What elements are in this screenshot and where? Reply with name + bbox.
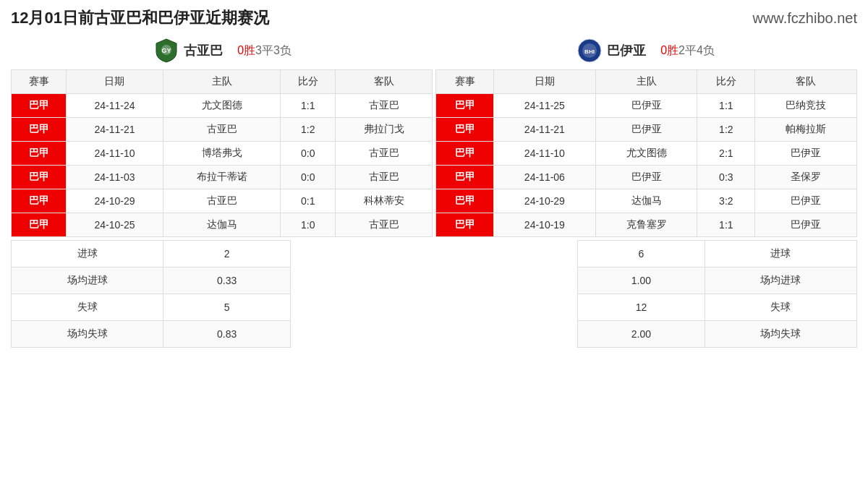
right-match-row: 巴甲 24-10-19 克鲁塞罗 1:1 巴伊亚: [436, 213, 857, 237]
right-match-date: 24-10-19: [494, 213, 596, 237]
avg-conceded-row: 场均失球 0.83 2.00 场均失球: [12, 321, 857, 348]
right-match-away: 帕梅拉斯: [755, 118, 857, 142]
right-avg-goals-label: 场均进球: [705, 267, 856, 294]
right-match-away: 巴伊亚: [755, 142, 857, 166]
left-match-score: 1:2: [281, 118, 336, 142]
left-match-home: 达伽马: [163, 213, 280, 237]
left-match-away: 古亚巴: [336, 94, 433, 118]
avg-goals-row: 场均进球 0.33 1.00 场均进球: [12, 267, 857, 294]
left-match-score: 1:0: [281, 213, 336, 237]
left-match-type: 巴甲: [12, 189, 67, 213]
right-match-score: 3:2: [697, 189, 755, 213]
left-goals-label: 进球: [12, 241, 163, 267]
left-col-date: 日期: [67, 70, 163, 94]
right-match-type: 巴甲: [436, 118, 494, 142]
right-team-name: 巴伊亚: [607, 42, 646, 59]
goals-row: 进球 2 6 进球: [12, 241, 857, 267]
left-match-home: 古亚巴: [163, 189, 280, 213]
right-match-home: 巴伊亚: [595, 94, 697, 118]
stats-section: 进球 2 6 进球 场均进球 0.33 1.00 场均进球 失球 5: [11, 240, 857, 348]
left-match-score: 0:0: [281, 142, 336, 166]
right-match-row: 巴甲 24-11-10 尤文图德 2:1 巴伊亚: [436, 142, 857, 166]
right-col-score: 比分: [697, 70, 755, 94]
left-match-date: 24-11-03: [67, 166, 163, 189]
left-match-away: 科林蒂安: [336, 189, 433, 213]
right-conceded-label: 失球: [705, 294, 856, 321]
right-match-type: 巴甲: [436, 142, 494, 166]
right-match-away: 巴纳竞技: [755, 94, 857, 118]
left-match-away: 古亚巴: [336, 166, 433, 189]
left-match-home: 尤文图德: [163, 94, 280, 118]
left-match-type: 巴甲: [12, 142, 67, 166]
conceded-row: 失球 5 12 失球: [12, 294, 857, 321]
svg-text:BHI: BHI: [584, 48, 595, 55]
left-match-date: 24-11-21: [67, 118, 163, 142]
left-team-header: GY 古亚巴 0胜3平3负: [11, 38, 434, 64]
left-match-away: 古亚巴: [336, 213, 433, 237]
right-match-home: 达伽马: [595, 189, 697, 213]
left-conceded-value: 5: [163, 294, 290, 321]
right-match-type: 巴甲: [436, 189, 494, 213]
left-avg-conceded-value: 0.83: [163, 321, 290, 348]
left-match-home: 布拉干蒂诺: [163, 166, 280, 189]
right-match-score: 1:2: [697, 118, 755, 142]
left-match-row: 巴甲 24-10-29 古亚巴 0:1 科林蒂安: [12, 189, 433, 213]
left-match-score: 0:1: [281, 189, 336, 213]
right-match-row: 巴甲 24-10-29 达伽马 3:2 巴伊亚: [436, 189, 857, 213]
left-team-name: 古亚巴: [184, 42, 223, 59]
right-match-date: 24-11-25: [494, 94, 596, 118]
left-col-home: 主队: [163, 70, 280, 94]
left-avg-goals-value: 0.33: [163, 267, 290, 294]
left-match-type: 巴甲: [12, 213, 67, 237]
right-match-type: 巴甲: [436, 94, 494, 118]
right-goals-label: 进球: [705, 241, 856, 267]
right-avg-goals-value: 1.00: [578, 267, 705, 294]
left-match-score: 1:1: [281, 94, 336, 118]
right-match-score: 2:1: [697, 142, 755, 166]
right-match-type: 巴甲: [436, 213, 494, 237]
left-match-type: 巴甲: [12, 94, 67, 118]
right-match-date: 24-11-06: [494, 166, 596, 189]
right-match-home: 巴伊亚: [595, 118, 697, 142]
left-match-row: 巴甲 24-10-25 达伽马 1:0 古亚巴: [12, 213, 433, 237]
left-match-home: 博塔弗戈: [163, 142, 280, 166]
right-match-score: 0:3: [697, 166, 755, 189]
right-col-home: 主队: [595, 70, 697, 94]
right-match-home: 尤文图德: [595, 142, 697, 166]
left-team-logo: GY: [153, 38, 179, 64]
right-avg-conceded-label: 场均失球: [705, 321, 856, 348]
right-match-type: 巴甲: [436, 166, 494, 189]
right-match-away: 巴伊亚: [755, 189, 857, 213]
left-avg-goals-label: 场均进球: [12, 267, 163, 294]
left-match-row: 巴甲 24-11-10 博塔弗戈 0:0 古亚巴: [12, 142, 433, 166]
left-conceded-label: 失球: [12, 294, 163, 321]
left-match-type: 巴甲: [12, 118, 67, 142]
right-match-date: 24-10-29: [494, 189, 596, 213]
right-match-home: 克鲁塞罗: [595, 213, 697, 237]
page-url: www.fczhibo.net: [752, 10, 857, 27]
left-avg-conceded-label: 场均失球: [12, 321, 163, 348]
right-match-home: 巴伊亚: [595, 166, 697, 189]
left-match-date: 24-10-25: [67, 213, 163, 237]
right-team-header: BHI 巴伊亚 0胜2平4负: [434, 38, 857, 64]
left-match-row: 巴甲 24-11-24 尤文图德 1:1 古亚巴: [12, 94, 433, 118]
left-col-away: 客队: [336, 70, 433, 94]
right-team-record: 0胜2平4负: [660, 43, 715, 59]
left-goals-value: 2: [163, 241, 290, 267]
left-match-away: 弗拉门戈: [336, 118, 433, 142]
left-col-score: 比分: [281, 70, 336, 94]
left-match-table: 赛事 日期 主队 比分 客队 巴甲 24-11-24 尤文图德 1:1 古亚巴 …: [11, 69, 433, 237]
left-col-type: 赛事: [12, 70, 67, 94]
svg-text:GY: GY: [162, 47, 171, 54]
left-match-row: 巴甲 24-11-03 布拉干蒂诺 0:0 古亚巴: [12, 166, 433, 189]
right-match-away: 巴伊亚: [755, 213, 857, 237]
left-match-date: 24-11-24: [67, 94, 163, 118]
left-match-type: 巴甲: [12, 166, 67, 189]
left-match-date: 24-10-29: [67, 189, 163, 213]
right-match-score: 1:1: [697, 213, 755, 237]
right-col-date: 日期: [494, 70, 596, 94]
page-title: 12月01日前古亚巴和巴伊亚近期赛况: [11, 7, 269, 29]
right-match-away: 圣保罗: [755, 166, 857, 189]
left-team-record: 0胜3平3负: [237, 43, 292, 59]
left-match-row: 巴甲 24-11-21 古亚巴 1:2 弗拉门戈: [12, 118, 433, 142]
